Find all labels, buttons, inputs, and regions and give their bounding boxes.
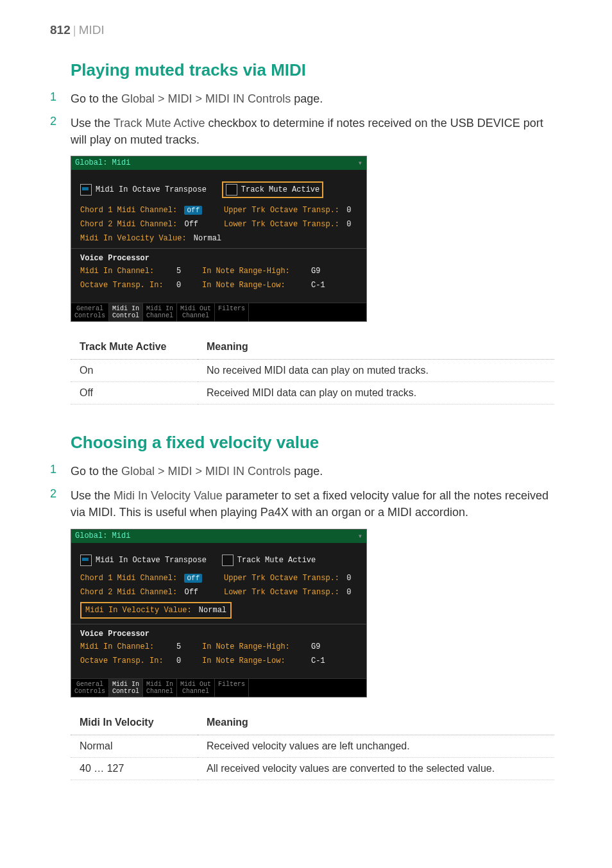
checkbox-icon (222, 555, 234, 566)
tab-midi-in-channel[interactable]: Midi InChannel (143, 679, 177, 697)
vp-note-high-label: In Note Range-High: (202, 267, 309, 276)
upper-transp-label: Upper Trk Octave Transp.: (224, 574, 339, 583)
table-row: On No received MIDI data can play on mut… (71, 360, 554, 382)
vp-note-low-value[interactable]: C-1 (311, 281, 343, 290)
tab-midi-out-channel[interactable]: Midi OutChannel (177, 679, 215, 697)
track-mute-active-checkbox[interactable]: Track Mute Active (222, 555, 316, 566)
vp-note-low-label: In Note Range-Low: (202, 281, 309, 290)
vp-note-low-value[interactable]: C-1 (311, 656, 343, 665)
table-row: Normal Received velocity values are left… (71, 735, 554, 757)
lower-transp-label: Lower Trk Octave Transp.: (224, 588, 339, 597)
breadcrumb-path: Global > MIDI > MIDI IN Controls (121, 92, 291, 105)
step2-text: Use the Track Mute Active checkbox to de… (71, 115, 554, 148)
lower-transp-label: Lower Trk Octave Transp.: (224, 220, 339, 229)
chord2-value[interactable]: Off (184, 588, 198, 597)
step2-number: 2 (50, 115, 71, 148)
vp-octave-label: Octave Transp. In: (80, 281, 174, 290)
page-number: 812 (50, 23, 71, 37)
upper-transp-value[interactable]: 0 (346, 206, 351, 215)
global-midi-panel-1: Global: Midi ▾ Midi In Octave Transpose … (71, 156, 367, 322)
vp-octave-value[interactable]: 0 (176, 656, 202, 665)
velocity-value[interactable]: Normal (199, 606, 226, 615)
panel-menu-icon[interactable]: ▾ (358, 531, 362, 541)
chord1-label: Chord 1 Midi Channel: (80, 206, 177, 215)
panel-title: Global: Midi (75, 531, 130, 541)
voice-processor-header: Voice Processor (80, 630, 357, 638)
tab-general-controls[interactable]: GeneralControls (71, 679, 109, 697)
global-midi-panel-2: Global: Midi ▾ Midi In Octave Transpose … (71, 529, 367, 697)
midi-in-velocity-table: Midi In Velocity Meaning Normal Received… (71, 710, 554, 780)
step2-number: 2 (50, 487, 71, 521)
table2-header2: Meaning (198, 710, 554, 735)
lower-transp-value[interactable]: 0 (346, 220, 351, 229)
chord1-value[interactable]: Off (184, 206, 202, 215)
table1-header1: Track Mute Active (71, 335, 198, 360)
chord2-label: Chord 2 Midi Channel: (80, 220, 177, 229)
chord1-label: Chord 1 Midi Channel: (80, 574, 177, 583)
upper-transp-value[interactable]: 0 (346, 574, 351, 583)
breadcrumb-path: Global > MIDI > MIDI IN Controls (121, 465, 291, 478)
velocity-highlight: Midi In Velocity Value: Normal (80, 602, 232, 619)
vp-channel-value[interactable]: 5 (176, 267, 202, 276)
panel-titlebar: Global: Midi ▾ (71, 156, 366, 170)
vp-note-low-label: In Note Range-Low: (202, 656, 309, 665)
checkbox-icon (226, 184, 237, 196)
vp-note-high-value[interactable]: G9 (311, 642, 343, 651)
velocity-label: Midi In Velocity Value: (85, 606, 192, 615)
vp-note-high-label: In Note Range-High: (202, 642, 309, 651)
tab-filters[interactable]: Filters (215, 679, 249, 697)
table2-header1: Midi In Velocity (71, 710, 198, 735)
panel-title: Global: Midi (75, 158, 130, 168)
track-mute-active-table: Track Mute Active Meaning On No received… (71, 335, 554, 405)
tab-midi-in-channel[interactable]: Midi InChannel (143, 303, 177, 321)
vp-octave-label: Octave Transp. In: (80, 656, 174, 665)
midi-in-octave-transpose-checkbox[interactable]: Midi In Octave Transpose (80, 555, 207, 566)
step1-number: 1 (50, 463, 71, 480)
table-row: 40 … 127 All received velocity values ar… (71, 757, 554, 780)
vp-channel-value[interactable]: 5 (176, 642, 202, 651)
step1-text: Go to the Global > MIDI > MIDI IN Contro… (71, 463, 554, 480)
vp-note-high-value[interactable]: G9 (311, 267, 343, 276)
tab-midi-in-control[interactable]: Midi InControl (109, 303, 143, 321)
checkbox-icon (80, 184, 92, 196)
panel-titlebar: Global: Midi ▾ (71, 530, 366, 543)
midi-in-octave-transpose-checkbox[interactable]: Midi In Octave Transpose (80, 184, 207, 196)
velocity-value[interactable]: Normal (194, 234, 221, 243)
step1-number: 1 (50, 90, 71, 107)
tab-general-controls[interactable]: GeneralControls (71, 303, 109, 321)
track-mute-active-checkbox[interactable]: Track Mute Active (222, 181, 323, 198)
table1-header2: Meaning (198, 335, 554, 360)
page-section: MIDI (79, 23, 105, 37)
step2-text: Use the Midi In Velocity Value parameter… (71, 487, 554, 521)
chord1-value[interactable]: Off (184, 574, 202, 583)
chord2-value[interactable]: Off (184, 220, 198, 229)
chord2-label: Chord 2 Midi Channel: (80, 588, 177, 597)
vp-channel-label: Midi In Channel: (80, 642, 174, 651)
voice-processor-header: Voice Processor (80, 254, 357, 263)
vp-octave-value[interactable]: 0 (176, 281, 202, 290)
table-row: Off Received MIDI data can play on muted… (71, 382, 554, 405)
page-header: 812|MIDI (50, 23, 554, 37)
velocity-label: Midi In Velocity Value: (80, 234, 187, 243)
checkbox-icon (80, 555, 92, 566)
upper-transp-label: Upper Trk Octave Transp.: (224, 206, 339, 215)
lower-transp-value[interactable]: 0 (346, 588, 351, 597)
tab-filters[interactable]: Filters (215, 303, 249, 321)
section2-title: Choosing a fixed velocity value (71, 433, 554, 453)
vp-channel-label: Midi In Channel: (80, 267, 174, 276)
tab-midi-out-channel[interactable]: Midi OutChannel (177, 303, 215, 321)
section1-title: Playing muted tracks via MIDI (71, 60, 554, 80)
step1-text: Go to the Global > MIDI > MIDI IN Contro… (71, 90, 554, 107)
tab-midi-in-control[interactable]: Midi InControl (109, 679, 143, 697)
panel-menu-icon[interactable]: ▾ (358, 158, 362, 168)
